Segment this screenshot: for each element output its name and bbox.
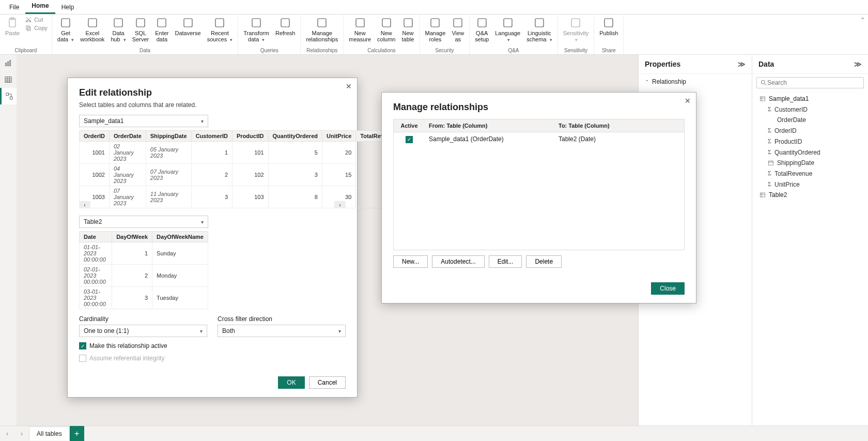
svg-rect-24	[571, 19, 580, 27]
edit-dialog-title: Edit relationship	[68, 78, 357, 101]
ribbon-manage-roles[interactable]: Manageroles	[422, 16, 449, 43]
calendar-icon	[768, 160, 774, 166]
table2-select[interactable]: Table2▾	[79, 216, 208, 228]
table1-preview[interactable]: OrderIDOrderDateShippingDateCustomerIDPr…	[79, 130, 392, 208]
ribbon-get-data[interactable]: Getdata	[54, 16, 77, 44]
data-collapse-icon[interactable]: ≫	[854, 60, 862, 68]
ribbon-dataverse[interactable]: Dataverse	[172, 16, 204, 37]
active-checkbox-row[interactable]: ✓ Make this relationship active	[79, 342, 346, 349]
ribbon-view-as[interactable]: Viewas	[448, 16, 467, 43]
ribbon-q-a-setup[interactable]: Q&Asetup	[472, 16, 492, 43]
tree-table-table2[interactable]: Table2	[752, 190, 868, 200]
copy-button[interactable]: Copy	[25, 24, 48, 32]
svg-rect-37	[761, 193, 765, 197]
tree-field-orderdate[interactable]: OrderDate	[752, 115, 868, 125]
ribbon-group-clipboard: Paste Cut Copy Clipboard	[0, 14, 52, 54]
table2-preview[interactable]: DateDayOfWeekDayOfWeekName01-01-2023 00:…	[79, 231, 208, 309]
autodetect-button[interactable]: Autodetect...	[432, 255, 484, 268]
add-tab-button[interactable]: +	[70, 426, 84, 442]
sigma-icon: Σ	[768, 127, 771, 134]
integrity-checkbox-row: Assume referential integrity	[79, 355, 346, 362]
ribbon-language[interactable]: Language	[492, 16, 523, 44]
menu-file[interactable]: File	[3, 1, 25, 14]
menu-home[interactable]: Home	[25, 0, 55, 14]
ribbon-manage-relationships[interactable]: Managerelationships	[303, 16, 341, 43]
relationship-section-label: Relationship	[652, 78, 686, 85]
tree-field-shippingdate[interactable]: ShippingDate	[752, 158, 868, 168]
data-view-button[interactable]	[0, 71, 17, 88]
field-tree: Sample_data1ΣCustomerIDOrderDateΣOrderID…	[752, 92, 868, 202]
relationships-grid[interactable]: Active From: Table (Column) To: Table (C…	[393, 119, 685, 250]
properties-collapse-icon[interactable]: ≫	[738, 60, 746, 68]
table1-select[interactable]: Sample_data1▾	[79, 115, 208, 127]
close-icon[interactable]: ✕	[685, 97, 691, 105]
menu-tabs: File Home Help	[0, 0, 868, 14]
ribbon-new-measure[interactable]: Newmeasure	[346, 16, 374, 43]
tab-nav-next[interactable]: ›	[14, 430, 29, 437]
checkbox-checked-icon[interactable]: ✓	[406, 136, 413, 143]
chevron-up-icon: ⌃	[645, 79, 649, 85]
new-button[interactable]: New...	[393, 255, 428, 268]
generic-icon	[354, 17, 366, 29]
ribbon-new-column[interactable]: Newcolumn	[374, 16, 398, 43]
ribbon-publish[interactable]: Publish	[596, 16, 621, 37]
svg-rect-4	[26, 26, 29, 29]
relationship-section[interactable]: ⌃ Relationship	[639, 74, 752, 89]
queries-group-label: Queries	[240, 47, 298, 53]
model-view-button[interactable]	[0, 88, 17, 104]
search-input[interactable]	[767, 79, 860, 86]
tree-table-sample_data1[interactable]: Sample_data1	[752, 94, 868, 104]
sigma-icon: Σ	[768, 180, 771, 188]
relationship-row[interactable]: ✓ Sample_data1 (OrderDate) Table2 (Date)	[394, 132, 684, 146]
report-view-button[interactable]	[0, 55, 17, 71]
ribbon-transform-data[interactable]: Transformdata	[240, 16, 272, 44]
col-active: Active	[394, 119, 425, 132]
generic-icon	[502, 17, 514, 29]
close-button[interactable]: Close	[651, 282, 685, 295]
tree-field-totalrevenue[interactable]: ΣTotalRevenue	[752, 168, 868, 179]
cancel-button[interactable]: Cancel	[309, 376, 346, 389]
delete-button[interactable]: Delete	[526, 255, 562, 268]
ribbon-enter-data[interactable]: Enterdata	[152, 16, 172, 43]
tree-field-quantityordered[interactable]: ΣQuantityOrdered	[752, 147, 868, 158]
crossfilter-select[interactable]: Both▾	[218, 325, 346, 337]
clipboard-small: Cut Copy	[23, 16, 50, 32]
tree-field-orderid[interactable]: ΣOrderID	[752, 125, 868, 136]
edit-button[interactable]: Edit...	[489, 255, 522, 268]
sigma-icon: Σ	[768, 170, 771, 177]
cardinality-label: Cardinality	[79, 315, 207, 323]
tree-field-productid[interactable]: ΣProductID	[752, 136, 868, 147]
sigma-icon: Σ	[768, 138, 771, 145]
edit-dialog-subtitle: Select tables and columns that are relat…	[68, 101, 357, 115]
svg-rect-11	[184, 19, 192, 27]
search-field[interactable]	[756, 77, 864, 88]
tree-field-unitprice[interactable]: ΣUnitPrice	[752, 179, 868, 190]
generic-icon	[156, 17, 168, 29]
ribbon-recent-sources[interactable]: Recentsources	[204, 16, 236, 44]
ribbon-excel-workbook[interactable]: Excelworkbook	[77, 16, 107, 43]
bottom-tab-all-tables[interactable]: All tables	[29, 427, 70, 440]
tree-field-customerid[interactable]: ΣCustomerID	[752, 104, 868, 115]
svg-rect-19	[431, 19, 439, 27]
menu-help[interactable]: Help	[55, 1, 81, 14]
ribbon-collapse-icon[interactable]: ⌃	[860, 17, 865, 23]
tab-nav-prev[interactable]: ‹	[0, 430, 14, 437]
ribbon-linguistic-schema[interactable]: Linguisticschema	[523, 16, 555, 44]
svg-rect-6	[61, 19, 70, 27]
close-icon[interactable]: ✕	[346, 82, 352, 90]
ribbon-sensitivity[interactable]: Sensitivity	[560, 16, 592, 44]
generic-icon	[402, 17, 414, 29]
ribbon-data-hub[interactable]: Datahub	[107, 16, 129, 44]
svg-rect-31	[10, 97, 12, 99]
scroll-left-icon[interactable]: ‹	[79, 201, 90, 208]
ok-button[interactable]: OK	[278, 376, 304, 389]
ribbon-refresh[interactable]: Refresh	[272, 16, 299, 37]
paste-button[interactable]: Paste	[2, 16, 23, 37]
cardinality-select[interactable]: One to one (1:1)▾	[79, 325, 207, 337]
ribbon-new-table[interactable]: Newtable	[399, 16, 417, 43]
ribbon-sql-server[interactable]: SQLServer	[129, 16, 152, 43]
scroll-right-icon[interactable]: ›	[334, 201, 346, 208]
cut-button[interactable]: Cut	[25, 16, 48, 24]
clipboard-icon	[6, 17, 19, 29]
data-title: Data	[758, 60, 774, 68]
